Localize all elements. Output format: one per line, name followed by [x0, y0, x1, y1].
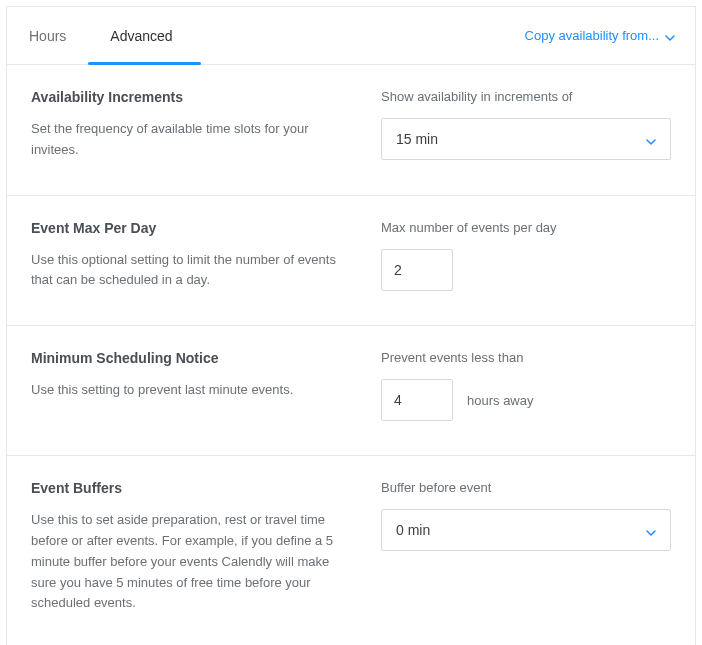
section-description: Use this optional setting to limit the n…	[31, 250, 351, 292]
section-description: Set the frequency of available time slot…	[31, 119, 351, 161]
copy-availability-label: Copy availability from...	[525, 28, 659, 43]
tab-hours[interactable]: Hours	[7, 7, 88, 64]
section-title: Availability Increments	[31, 89, 351, 105]
chevron-down-icon	[646, 525, 656, 535]
buffer-before-select[interactable]: 0 min	[381, 509, 671, 551]
tab-advanced[interactable]: Advanced	[88, 7, 194, 64]
section-title: Minimum Scheduling Notice	[31, 350, 351, 366]
min-notice-suffix: hours away	[467, 393, 533, 408]
increments-select[interactable]: 15 min	[381, 118, 671, 160]
field-label: Buffer before event	[381, 480, 671, 495]
section-availability-increments: Availability Increments Set the frequenc…	[7, 65, 695, 196]
chevron-down-icon	[646, 134, 656, 144]
min-notice-input[interactable]	[381, 379, 453, 421]
settings-panel: Hours Advanced Copy availability from...…	[6, 6, 696, 645]
field-label: Max number of events per day	[381, 220, 671, 235]
section-minimum-scheduling-notice: Minimum Scheduling Notice Use this setti…	[7, 326, 695, 456]
section-event-max-per-day: Event Max Per Day Use this optional sett…	[7, 196, 695, 327]
section-title: Event Max Per Day	[31, 220, 351, 236]
chevron-down-icon	[665, 31, 675, 41]
field-label: Show availability in increments of	[381, 89, 671, 104]
tabs: Hours Advanced	[7, 7, 195, 64]
section-description: Use this setting to prevent last minute …	[31, 380, 351, 401]
section-event-buffers: Event Buffers Use this to set aside prep…	[7, 456, 695, 645]
increments-value: 15 min	[396, 131, 438, 147]
copy-availability-link[interactable]: Copy availability from...	[525, 28, 675, 43]
field-label: Prevent events less than	[381, 350, 671, 365]
buffer-before-value: 0 min	[396, 522, 430, 538]
section-description: Use this to set aside preparation, rest …	[31, 510, 351, 614]
section-title: Event Buffers	[31, 480, 351, 496]
tabs-row: Hours Advanced Copy availability from...	[7, 7, 695, 65]
max-events-input[interactable]	[381, 249, 453, 291]
